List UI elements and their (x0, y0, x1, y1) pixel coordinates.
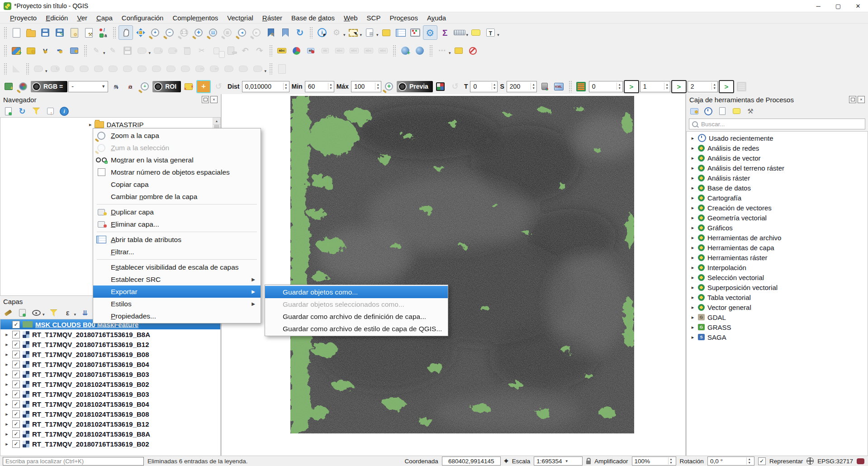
menu-proyecto[interactable]: Proyecto (5, 13, 41, 23)
scp-std-stretch[interactable]: ∩σ (123, 80, 137, 93)
menu-item-propiedades[interactable]: Propiedades... (93, 310, 261, 322)
dropdown-arrow-icon[interactable]: ▾ (466, 33, 469, 37)
select-features[interactable]: ◥ (346, 26, 360, 39)
filter-by-expression-button[interactable]: ε (63, 308, 73, 318)
scp-grid-green[interactable] (574, 80, 588, 93)
data-source-manager[interactable]: + (9, 44, 23, 57)
layer-row[interactable]: ▸✓RT_T17MQV_20181024T153619_B04 (0, 399, 220, 409)
reshape-features[interactable] (150, 62, 163, 76)
toolbox-group[interactable]: ▸Análisis del terreno ráster (687, 163, 868, 173)
expander-icon[interactable]: ▸ (690, 334, 695, 340)
save-project[interactable] (38, 26, 52, 39)
toolbar-handle[interactable] (569, 81, 572, 92)
layer-row[interactable]: ▸✓RT_T17MQV_20180716T153619_B08 (0, 349, 220, 359)
browser-close-button[interactable]: × (210, 96, 218, 103)
crs-globe-icon[interactable] (806, 457, 814, 465)
modify-attributes[interactable]: ≡ (166, 44, 180, 57)
save-project-as[interactable]: ✎ (53, 26, 66, 39)
layer-checkbox[interactable]: ✓ (12, 380, 20, 388)
layer-row[interactable]: ▸✓RT_T17MQV_20180716T153619_B8A (0, 329, 220, 339)
move-label[interactable]: abc (347, 44, 361, 57)
zoom-native[interactable]: 1:1 (177, 26, 191, 39)
band-2-spin[interactable]: 2▲▼ (688, 81, 718, 92)
dropdown-arrow-icon[interactable]: ▾ (265, 69, 267, 73)
render-checkbox[interactable]: ✓ (758, 457, 766, 465)
next-band-button-3[interactable]: > (719, 80, 734, 93)
layer-row[interactable]: ▸✓RT_T17MQV_20181024T153619_B03 (0, 389, 220, 399)
expand-all-button[interactable]: ⇊ (80, 308, 90, 318)
refresh-browser-button[interactable]: ↻ (17, 106, 27, 116)
scp-preview-zoom[interactable]: ✚ (382, 80, 396, 93)
toolbox-group[interactable]: ▸Herramientas de capa (687, 243, 868, 252)
layer-checkbox[interactable]: ✓ (12, 400, 20, 408)
locate-input[interactable] (3, 457, 144, 466)
menu-base-de-datos[interactable]: Base de datos (287, 13, 339, 23)
menu-item-guardar-objetos-seleccionados-como[interactable]: Guardar objetos seleccionados como... (265, 298, 448, 310)
expander-icon[interactable]: ▸ (4, 361, 9, 367)
scp-kml[interactable]: KML (552, 80, 566, 93)
zoom-out[interactable]: − (163, 26, 176, 39)
t-spin[interactable]: 0▲▼ (470, 81, 498, 92)
layer-checkbox[interactable]: ✓ (12, 420, 20, 428)
lock-scale-icon[interactable] (586, 461, 591, 464)
expander-icon[interactable]: ▸ (690, 304, 695, 310)
min-spin[interactable]: 60▲▼ (305, 81, 334, 92)
manage-map-themes-button[interactable] (31, 308, 41, 318)
toolbar-handle[interactable] (429, 45, 432, 57)
maximize-button[interactable]: ▢ (828, 0, 848, 12)
max-spin[interactable]: 100▲▼ (351, 81, 381, 92)
field-calculator[interactable] (408, 26, 422, 39)
layer-row[interactable]: ▸✓RT_T17MQV_20180716T153619_B12 (0, 339, 220, 349)
dropdown-arrow-icon[interactable]: ▾ (43, 312, 45, 317)
layer-row[interactable]: ▸✓RT_T17MQV_20181024T153619_B8A (0, 429, 220, 439)
results-viewer-button[interactable] (717, 106, 727, 116)
crs-status[interactable]: EPSG:32717 (817, 458, 853, 465)
expander-icon[interactable]: ▸ (690, 235, 695, 241)
menu-configuración[interactable]: Configuración (117, 13, 168, 23)
menu-item-guardar-como-archivo-de-estilo-de-capa-de-qgis[interactable]: Guardar como archivo de estilo de capa d… (265, 323, 448, 335)
rotate-label[interactable]: abc (362, 44, 375, 57)
toolbox-float-button[interactable] (849, 96, 856, 103)
toolbox-group[interactable]: ▸Interpolación (687, 262, 868, 272)
menu-ráster[interactable]: Ráster (258, 13, 287, 23)
add-part[interactable] (92, 62, 105, 76)
measure[interactable] (453, 26, 466, 39)
new-print-layout[interactable]: ⚙ (67, 26, 81, 39)
scp-undo-preview[interactable]: ↺ (448, 80, 462, 93)
layer-row[interactable]: ▸✓RT_T17MQV_20181024T153619_B08 (0, 409, 220, 419)
vertex-align[interactable] (179, 62, 192, 76)
open-project[interactable] (24, 26, 38, 39)
zoom-full-extent[interactable]: ✚ (192, 26, 205, 39)
dropdown-arrow-icon[interactable]: ▾ (103, 51, 105, 55)
models-button[interactable]: ✱ (689, 106, 699, 116)
refresh-map[interactable]: ↻ (293, 26, 307, 39)
show-bookmarks[interactable] (279, 26, 292, 39)
layer-checkbox[interactable]: ✓ (12, 390, 20, 398)
menu-capa[interactable]: Capa (92, 13, 117, 23)
add-selected-layers-button[interactable] (3, 106, 13, 116)
layer-labeling[interactable]: abc (275, 44, 289, 57)
scp-delete-roi[interactable] (466, 44, 480, 57)
expander-icon[interactable]: ▸ (4, 441, 9, 447)
expander-icon[interactable]: ▸ (4, 381, 9, 387)
scp-rgb-stretch[interactable] (16, 80, 30, 93)
add-group-button[interactable] (17, 308, 27, 318)
toolbox-group[interactable]: ▸Análisis de vector (687, 153, 868, 163)
expander-icon[interactable]: ▸ (690, 135, 695, 141)
dropdown-arrow-icon[interactable]: ▾ (376, 33, 379, 37)
toolbox-group[interactable]: ▸Usado recientemente (687, 133, 868, 143)
dropdown-arrow-icon[interactable]: ▾ (360, 33, 362, 37)
scp-zoom-stretch[interactable]: + (138, 80, 152, 93)
toolbar-handle[interactable] (84, 45, 87, 57)
rotation-spin[interactable]: 0,0 °▲▼ (707, 456, 754, 466)
expander-icon[interactable]: ▸ (89, 122, 92, 127)
merge-attributes[interactable] (237, 62, 250, 76)
band-0-spin[interactable]: 0▲▼ (589, 81, 623, 92)
menu-item-guardar-como-archivo-de-definición-de-capa[interactable]: Guardar como archivo de definición de ca… (265, 310, 448, 323)
dropdown-arrow-icon[interactable]: ▾ (149, 51, 151, 55)
collapse-all-button[interactable]: ↑ (45, 106, 55, 116)
close-button[interactable]: ✕ (848, 0, 868, 12)
offset-curve[interactable] (164, 62, 178, 76)
edit-features-in-place-button[interactable] (731, 106, 741, 116)
search-input[interactable] (700, 120, 862, 128)
